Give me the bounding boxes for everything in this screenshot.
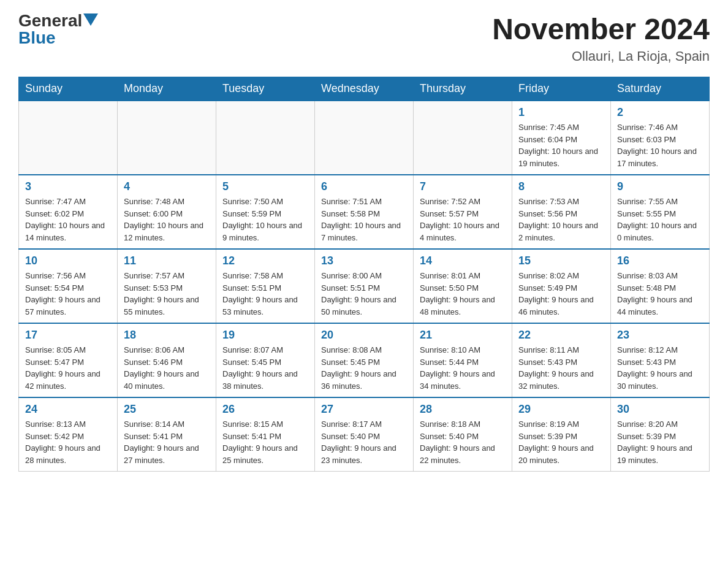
day-cell: 14Sunrise: 8:01 AMSunset: 5:50 PMDayligh… (414, 249, 512, 323)
day-info: Sunrise: 7:50 AMSunset: 5:59 PMDaylight:… (222, 196, 308, 243)
day-number: 5 (222, 180, 308, 193)
day-number: 21 (420, 329, 506, 342)
day-cell: 7Sunrise: 7:52 AMSunset: 5:57 PMDaylight… (414, 175, 512, 249)
day-number: 15 (518, 255, 604, 267)
day-info: Sunrise: 8:03 AMSunset: 5:48 PMDaylight:… (617, 270, 703, 318)
day-info: Sunrise: 8:08 AMSunset: 5:45 PMDaylight:… (321, 344, 407, 392)
day-info: Sunrise: 8:00 AMSunset: 5:51 PMDaylight:… (321, 270, 407, 318)
day-number: 26 (222, 403, 308, 416)
day-number: 17 (25, 329, 111, 342)
week-row-5: 24Sunrise: 8:13 AMSunset: 5:42 PMDayligh… (19, 397, 710, 472)
day-info: Sunrise: 7:47 AMSunset: 6:02 PMDaylight:… (25, 196, 111, 243)
day-cell: 22Sunrise: 8:11 AMSunset: 5:43 PMDayligh… (512, 323, 611, 397)
day-cell: 23Sunrise: 8:12 AMSunset: 5:43 PMDayligh… (611, 323, 710, 397)
day-number: 4 (124, 180, 210, 193)
day-number: 10 (25, 255, 111, 267)
month-title: November 2024 (492, 12, 710, 46)
day-number: 9 (617, 180, 703, 193)
day-info: Sunrise: 8:07 AMSunset: 5:45 PMDaylight:… (222, 344, 308, 392)
day-cell: 9Sunrise: 7:55 AMSunset: 5:55 PMDaylight… (611, 175, 710, 249)
day-cell (414, 101, 512, 175)
week-row-4: 17Sunrise: 8:05 AMSunset: 5:47 PMDayligh… (19, 323, 710, 397)
day-cell (216, 101, 315, 175)
day-cell: 2Sunrise: 7:46 AMSunset: 6:03 PMDaylight… (611, 101, 710, 175)
day-cell: 18Sunrise: 8:06 AMSunset: 5:46 PMDayligh… (118, 323, 216, 397)
day-cell: 13Sunrise: 8:00 AMSunset: 5:51 PMDayligh… (315, 249, 414, 323)
title-area: November 2024 Ollauri, La Rioja, Spain (492, 12, 710, 64)
day-number: 11 (124, 255, 210, 267)
day-cell (118, 101, 216, 175)
logo-blue-text: Blue (18, 29, 56, 47)
day-cell: 10Sunrise: 7:56 AMSunset: 5:54 PMDayligh… (19, 249, 118, 323)
day-cell: 5Sunrise: 7:50 AMSunset: 5:59 PMDaylight… (216, 175, 315, 249)
day-number: 13 (321, 255, 407, 267)
day-number: 29 (518, 403, 604, 416)
calendar-table: SundayMondayTuesdayWednesdayThursdayFrid… (18, 77, 710, 472)
day-number: 18 (124, 329, 210, 342)
day-number: 28 (420, 403, 506, 416)
day-number: 6 (321, 180, 407, 193)
day-info: Sunrise: 8:12 AMSunset: 5:43 PMDaylight:… (617, 344, 703, 392)
week-row-3: 10Sunrise: 7:56 AMSunset: 5:54 PMDayligh… (19, 249, 710, 323)
day-info: Sunrise: 7:52 AMSunset: 5:57 PMDaylight:… (420, 196, 506, 243)
day-info: Sunrise: 7:48 AMSunset: 6:00 PMDaylight:… (124, 196, 210, 243)
day-cell: 15Sunrise: 8:02 AMSunset: 5:49 PMDayligh… (512, 249, 611, 323)
day-cell: 21Sunrise: 8:10 AMSunset: 5:44 PMDayligh… (414, 323, 512, 397)
day-info: Sunrise: 8:13 AMSunset: 5:42 PMDaylight:… (25, 418, 111, 466)
day-number: 14 (420, 255, 506, 267)
day-number: 25 (124, 403, 210, 416)
day-cell: 4Sunrise: 7:48 AMSunset: 6:00 PMDaylight… (118, 175, 216, 249)
day-number: 16 (617, 255, 703, 267)
day-info: Sunrise: 8:11 AMSunset: 5:43 PMDaylight:… (518, 344, 604, 392)
day-header-saturday: Saturday (611, 77, 710, 101)
location: Ollauri, La Rioja, Spain (492, 48, 710, 64)
day-cell: 25Sunrise: 8:14 AMSunset: 5:41 PMDayligh… (118, 397, 216, 472)
day-cell: 20Sunrise: 8:08 AMSunset: 5:45 PMDayligh… (315, 323, 414, 397)
day-info: Sunrise: 8:18 AMSunset: 5:40 PMDaylight:… (420, 418, 506, 466)
day-cell: 19Sunrise: 8:07 AMSunset: 5:45 PMDayligh… (216, 323, 315, 397)
day-cell: 8Sunrise: 7:53 AMSunset: 5:56 PMDaylight… (512, 175, 611, 249)
day-cell: 16Sunrise: 8:03 AMSunset: 5:48 PMDayligh… (611, 249, 710, 323)
calendar-header-row: SundayMondayTuesdayWednesdayThursdayFrid… (19, 77, 710, 101)
day-info: Sunrise: 8:02 AMSunset: 5:49 PMDaylight:… (518, 270, 604, 318)
day-header-wednesday: Wednesday (315, 77, 414, 101)
day-info: Sunrise: 8:17 AMSunset: 5:40 PMDaylight:… (321, 418, 407, 466)
day-info: Sunrise: 8:20 AMSunset: 5:39 PMDaylight:… (617, 418, 703, 466)
day-cell: 6Sunrise: 7:51 AMSunset: 5:58 PMDaylight… (315, 175, 414, 249)
logo-general-text: General (18, 12, 82, 29)
day-number: 2 (617, 106, 703, 119)
day-info: Sunrise: 8:06 AMSunset: 5:46 PMDaylight:… (124, 344, 210, 392)
day-number: 22 (518, 329, 604, 342)
day-number: 23 (617, 329, 703, 342)
day-header-tuesday: Tuesday (216, 77, 315, 101)
logo-triangle-icon (83, 13, 98, 26)
logo: General Blue (18, 12, 98, 47)
day-cell: 29Sunrise: 8:19 AMSunset: 5:39 PMDayligh… (512, 397, 611, 472)
day-number: 7 (420, 180, 506, 193)
day-info: Sunrise: 7:46 AMSunset: 6:03 PMDaylight:… (617, 121, 703, 169)
day-cell: 11Sunrise: 7:57 AMSunset: 5:53 PMDayligh… (118, 249, 216, 323)
day-info: Sunrise: 7:45 AMSunset: 6:04 PMDaylight:… (518, 121, 604, 169)
day-info: Sunrise: 7:51 AMSunset: 5:58 PMDaylight:… (321, 196, 407, 243)
day-cell: 30Sunrise: 8:20 AMSunset: 5:39 PMDayligh… (611, 397, 710, 472)
day-info: Sunrise: 7:57 AMSunset: 5:53 PMDaylight:… (124, 270, 210, 318)
day-cell (315, 101, 414, 175)
day-info: Sunrise: 7:56 AMSunset: 5:54 PMDaylight:… (25, 270, 111, 318)
day-cell: 12Sunrise: 7:58 AMSunset: 5:51 PMDayligh… (216, 249, 315, 323)
day-info: Sunrise: 7:55 AMSunset: 5:55 PMDaylight:… (617, 196, 703, 243)
day-info: Sunrise: 7:53 AMSunset: 5:56 PMDaylight:… (518, 196, 604, 243)
day-info: Sunrise: 8:14 AMSunset: 5:41 PMDaylight:… (124, 418, 210, 466)
day-number: 27 (321, 403, 407, 416)
day-info: Sunrise: 8:15 AMSunset: 5:41 PMDaylight:… (222, 418, 308, 466)
day-number: 3 (25, 180, 111, 193)
day-cell: 27Sunrise: 8:17 AMSunset: 5:40 PMDayligh… (315, 397, 414, 472)
day-number: 24 (25, 403, 111, 416)
day-header-thursday: Thursday (414, 77, 512, 101)
day-header-sunday: Sunday (19, 77, 118, 101)
day-info: Sunrise: 8:10 AMSunset: 5:44 PMDaylight:… (420, 344, 506, 392)
day-cell: 3Sunrise: 7:47 AMSunset: 6:02 PMDaylight… (19, 175, 118, 249)
page-header: General Blue November 2024 Ollauri, La R… (18, 12, 710, 64)
day-cell (19, 101, 118, 175)
day-cell: 1Sunrise: 7:45 AMSunset: 6:04 PMDaylight… (512, 101, 611, 175)
day-cell: 24Sunrise: 8:13 AMSunset: 5:42 PMDayligh… (19, 397, 118, 472)
